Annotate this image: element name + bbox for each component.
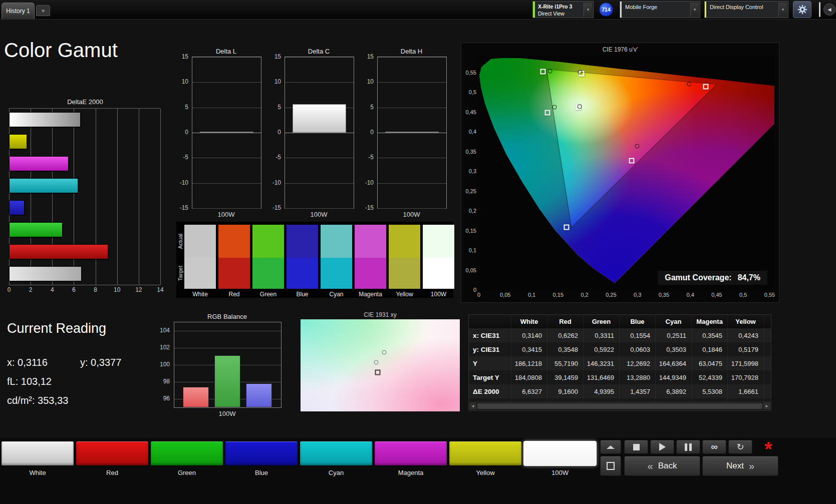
gridline	[192, 133, 261, 133]
chevron-down-icon[interactable]: ▾	[778, 3, 787, 17]
table-cell: 171,5998	[728, 356, 764, 370]
expand-up-button[interactable]	[600, 440, 621, 454]
loop-button[interactable]: ∞	[702, 440, 726, 454]
table-cell: 186,1218	[511, 356, 547, 370]
reading-fl: fL: 103,12	[7, 376, 52, 387]
table-column-header: Blue	[620, 315, 656, 328]
pattern-button-magenta[interactable]	[374, 441, 447, 466]
table-row-label: Target Y	[469, 370, 511, 384]
play-button[interactable]	[650, 440, 674, 454]
y-tick-label: 102	[160, 344, 170, 351]
table-cell: 0,1554	[620, 328, 656, 342]
y-tick-label: 0,15	[466, 228, 476, 234]
x-tick-label: 8	[94, 286, 97, 293]
table-cell: 0,3503	[656, 342, 692, 356]
pattern-button-label: 100W	[523, 469, 597, 476]
gamut-coverage-label: Gamut Coverage:	[665, 273, 731, 282]
pattern-button-cyan[interactable]	[300, 441, 373, 466]
reading-x: x: 0,3116	[7, 357, 48, 368]
pattern-button-blue[interactable]	[225, 441, 298, 466]
gridline	[285, 82, 354, 83]
scroll-left-arrow[interactable]: ◄	[469, 403, 476, 409]
next-button[interactable]: Next»	[702, 456, 778, 476]
collapse-arrow-button[interactable]: ◀	[823, 4, 835, 16]
table-row: Y186,121855,7190146,323112,2692164,63646…	[469, 356, 771, 370]
pattern-window-button[interactable]	[600, 456, 621, 476]
deltae-bar-100w	[9, 266, 82, 281]
stop-button[interactable]	[624, 440, 648, 454]
gridline	[192, 57, 261, 58]
table-cell: 1,4357	[620, 384, 656, 398]
gridline	[378, 133, 446, 133]
delta_c-yaxis: 151050-5-10-15	[268, 57, 283, 208]
chevron-down-icon[interactable]: ▾	[690, 3, 699, 17]
pattern-button-yellow[interactable]	[449, 441, 522, 466]
gridline	[192, 108, 261, 108]
gridline	[192, 82, 261, 83]
table-cell: 0,4243	[728, 328, 764, 342]
deltae-bar-row	[9, 263, 160, 285]
target-marker	[545, 110, 550, 116]
pattern-button-100w[interactable]	[523, 441, 597, 466]
rgb-balance-chart: RGB Balance 1041021009896 100W	[154, 313, 287, 420]
pattern-source-dropdown[interactable]: Mobile Forge ▾	[620, 1, 700, 18]
swatch-label: Red	[218, 291, 250, 298]
pattern-button-label: Blue	[225, 469, 298, 476]
results-table-body: x: CIE310,31400,62620,33110,15540,25110,…	[469, 328, 771, 411]
deltae2000-xaxis: 02468101214	[9, 286, 160, 294]
x-tick-label: 2	[29, 286, 33, 293]
deltae-bar-yellow	[9, 134, 27, 149]
pattern-button-red[interactable]	[76, 441, 149, 466]
meter-name: X-Rite i1Pro 3	[538, 3, 572, 10]
y-tick-label: -10	[365, 179, 374, 186]
gridline	[378, 158, 446, 158]
chart-title: DeltaE 2000	[9, 98, 161, 106]
gridline	[174, 331, 281, 331]
scroll-thumb[interactable]	[477, 403, 762, 409]
display-control-dropdown[interactable]: Direct Display Control ▾	[704, 1, 788, 18]
y-tick-label: 15	[274, 53, 281, 60]
tab-history[interactable]: History 1	[2, 3, 35, 19]
gear-icon	[797, 4, 808, 15]
chevron-down-icon[interactable]: ▾	[584, 3, 592, 17]
refresh-button[interactable]: ↻	[728, 440, 752, 454]
delta_c-plot	[285, 57, 354, 209]
y-tick-label: -5	[368, 154, 374, 161]
measured-marker	[374, 360, 379, 364]
add-tab-button[interactable]: +	[36, 5, 50, 16]
chart-title: RGB Balance	[174, 313, 281, 320]
y-tick-label: 0	[473, 287, 476, 293]
swatch-column-magenta: Magenta	[355, 225, 386, 298]
cie1976-plot: Gamut Coverage: 84,7%	[479, 56, 774, 290]
meter-dropdown[interactable]: X-Rite i1Pro 3 Direct View ▾	[532, 1, 594, 18]
table-column-header: 100W	[764, 315, 771, 328]
back-label: Back	[658, 461, 677, 471]
deltae-bar-row	[9, 131, 160, 153]
pause-button[interactable]	[676, 440, 700, 454]
swatch-label: Cyan	[321, 291, 352, 298]
deltae-bar-red	[9, 244, 108, 259]
table-row-label: x: CIE31	[469, 328, 511, 342]
settings-button[interactable]	[793, 1, 811, 18]
meter-accent-bar	[533, 2, 535, 18]
swatch-column-cyan: Cyan	[321, 225, 352, 298]
scroll-right-arrow[interactable]: ►	[763, 403, 770, 409]
pattern-button-label: Red	[76, 469, 149, 476]
chart-pattern-label: 100W	[377, 211, 446, 218]
actual-row-label: Actual	[177, 234, 183, 249]
gridline	[378, 208, 446, 209]
delta_l-yaxis: 151050-5-10-15	[175, 57, 190, 208]
y-tick-label: 5	[370, 104, 374, 111]
measured-marker	[687, 82, 692, 86]
back-button[interactable]: «Back	[624, 456, 700, 476]
deltae-bar-row	[9, 219, 160, 241]
pattern-button-white[interactable]	[1, 441, 74, 466]
pattern-bar: ∞ ↻ * «Back Next» WhiteRedGreenBlueCyanM…	[0, 438, 836, 504]
gridline	[192, 158, 261, 158]
pattern-button-green[interactable]	[150, 441, 223, 466]
gridline	[378, 183, 446, 184]
table-cell: 0,5922	[584, 342, 620, 356]
y-tick-label: 0,1	[469, 247, 476, 253]
measured-marker	[382, 350, 387, 354]
table-horizontal-scrollbar[interactable]: ◄ ►	[469, 402, 770, 410]
